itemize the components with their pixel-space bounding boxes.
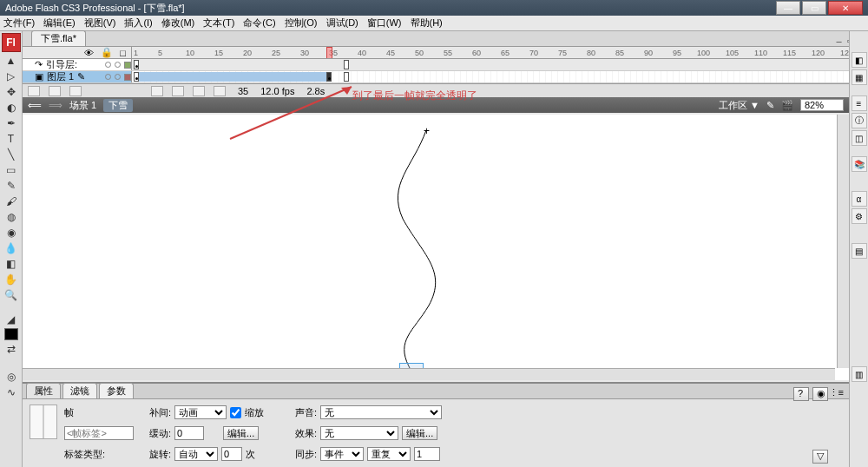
text-tool[interactable]: T [3, 132, 20, 146]
repeat-select[interactable]: 重复 [367, 447, 411, 461]
maximize-button[interactable]: ▭ [802, 1, 826, 15]
paint-bucket-tool[interactable]: ◉ [3, 226, 20, 240]
help-icon[interactable]: ? [793, 387, 809, 401]
tab-parameters[interactable]: 参数 [99, 383, 134, 398]
h-scrollbar[interactable] [23, 368, 835, 380]
smooth-option-icon[interactable]: ∿ [3, 385, 20, 399]
ease-input[interactable] [174, 426, 204, 440]
delete-layer-button[interactable] [69, 86, 82, 96]
forward-button[interactable]: ⟹ [49, 100, 62, 111]
layer-name[interactable]: 引导层: [46, 58, 77, 71]
onion-outlines-button[interactable] [172, 86, 184, 96]
free-transform-tool[interactable]: ✥ [3, 85, 20, 99]
pencil-tool[interactable]: ✎ [3, 179, 20, 193]
symbol-edit-icon[interactable]: ✎ [766, 100, 774, 111]
tab-filters[interactable]: 滤镜 [62, 383, 97, 398]
zoom-select[interactable]: 82% [800, 99, 844, 111]
new-layer-button[interactable] [28, 86, 40, 96]
lasso-tool[interactable]: ◐ [3, 101, 20, 115]
tween-select[interactable]: 动画 [174, 405, 227, 419]
rectangle-tool[interactable]: ▭ [3, 163, 20, 177]
panel-icon-a[interactable]: ▤ [852, 243, 867, 259]
stroke-color-swatch[interactable]: ◢ [3, 312, 20, 326]
outline-toggle[interactable] [124, 62, 131, 69]
eye-toggle[interactable] [105, 62, 111, 68]
menu-modify[interactable]: 修改(M) [161, 16, 195, 30]
playhead[interactable] [326, 47, 332, 58]
guide-frames[interactable] [132, 59, 849, 70]
eye-toggle[interactable] [105, 74, 111, 80]
frame-label-input[interactable] [64, 426, 134, 440]
actions-panel-icon[interactable]: α [852, 191, 867, 207]
menu-file[interactable]: 文件(F) [3, 16, 35, 30]
behaviors-panel-icon[interactable]: ⚙ [852, 208, 867, 224]
onion-markers-button[interactable] [214, 86, 226, 96]
color-panel-icon[interactable]: ◧ [852, 52, 867, 68]
swap-colors-icon[interactable]: ⇄ [3, 342, 20, 356]
lock-toggle[interactable] [115, 74, 121, 80]
eye-column-icon[interactable]: 👁 [84, 48, 94, 58]
hand-tool[interactable]: ✋ [3, 273, 20, 286]
line-tool[interactable]: ╲ [3, 148, 20, 161]
selection-tool[interactable]: ▲ [3, 54, 20, 68]
effect-edit-button[interactable]: 编辑... [402, 426, 437, 440]
outline-toggle[interactable] [124, 74, 131, 81]
fill-color-swatch[interactable] [4, 328, 18, 340]
keyframe-end[interactable] [344, 60, 349, 69]
eyedropper-tool[interactable]: 💧 [3, 241, 20, 255]
sync-select[interactable]: 事件 [320, 447, 364, 461]
keyframe[interactable] [134, 60, 139, 69]
transform-panel-icon[interactable]: ◫ [852, 130, 867, 146]
menu-help[interactable]: 帮助(H) [411, 16, 443, 30]
snap-option-icon[interactable]: ◎ [3, 370, 20, 384]
ease-edit-button[interactable]: 编辑... [223, 426, 259, 440]
menu-edit[interactable]: 编辑(E) [43, 16, 76, 30]
rotate-count-input[interactable] [221, 447, 242, 461]
zoom-tool[interactable]: 🔍 [3, 288, 20, 302]
scene-label[interactable]: 场景 1 [69, 99, 96, 112]
layer-row-guide[interactable]: ↷ 引导层: [23, 59, 849, 71]
frame-ruler[interactable]: 1 5 10 15 20 25 30 35 40 45 50 55 60 65 … [132, 47, 849, 58]
outline-column-icon[interactable]: □ [120, 48, 126, 58]
panel-icon-b[interactable]: ▥ [852, 366, 867, 382]
menu-view[interactable]: 视图(V) [84, 16, 116, 30]
keyframe-start[interactable] [134, 72, 139, 82]
keyframe-empty[interactable] [344, 72, 349, 82]
lock-column-icon[interactable]: 🔒 [101, 47, 113, 58]
repeat-count-input[interactable] [414, 447, 440, 461]
menu-control[interactable]: 控制(O) [285, 16, 318, 30]
keyframe-current[interactable] [326, 72, 332, 82]
library-panel-icon[interactable]: 📚 [852, 156, 867, 172]
panel-option-icon[interactable]: ◉ [812, 387, 828, 401]
onion-skin-button[interactable] [151, 86, 163, 96]
expand-icon[interactable]: ▽ [812, 450, 828, 464]
scene-crumb[interactable]: 下雪 [103, 99, 133, 112]
pen-tool[interactable]: ✒ [3, 116, 20, 130]
edit-multiple-button[interactable] [193, 86, 205, 96]
lock-toggle[interactable] [115, 62, 121, 68]
layer1-frames[interactable] [132, 71, 849, 82]
align-panel-icon[interactable]: ≡ [852, 95, 867, 111]
layer-name[interactable]: 图层 1 [47, 70, 74, 83]
scale-checkbox[interactable] [230, 407, 241, 418]
subselection-tool[interactable]: ▷ [3, 69, 20, 83]
menu-commands[interactable]: 命令(C) [243, 16, 275, 30]
close-button[interactable]: ✕ [828, 1, 863, 15]
layer-row-1[interactable]: ▣ 图层 1 ✎ [23, 71, 849, 83]
menu-text[interactable]: 文本(T) [203, 16, 234, 30]
sound-select[interactable]: 无 [320, 405, 442, 419]
motion-tween[interactable] [134, 72, 332, 82]
new-folder-button[interactable] [49, 86, 61, 96]
effect-select[interactable]: 无 [320, 426, 398, 440]
menu-debug[interactable]: 调试(D) [326, 16, 358, 30]
eraser-tool[interactable]: ◧ [3, 257, 20, 271]
stage[interactable]: + ❄ [23, 115, 849, 380]
tab-properties[interactable]: 属性 [26, 383, 61, 398]
menu-insert[interactable]: 插入(I) [124, 16, 152, 30]
info-panel-icon[interactable]: ⓘ [852, 113, 867, 128]
brush-tool[interactable]: 🖌 [3, 194, 20, 208]
swatches-panel-icon[interactable]: ▦ [852, 69, 867, 85]
document-tab[interactable]: 下雪.fla* [31, 30, 86, 46]
menu-window[interactable]: 窗口(W) [367, 16, 402, 30]
v-scrollbar[interactable] [837, 115, 849, 368]
